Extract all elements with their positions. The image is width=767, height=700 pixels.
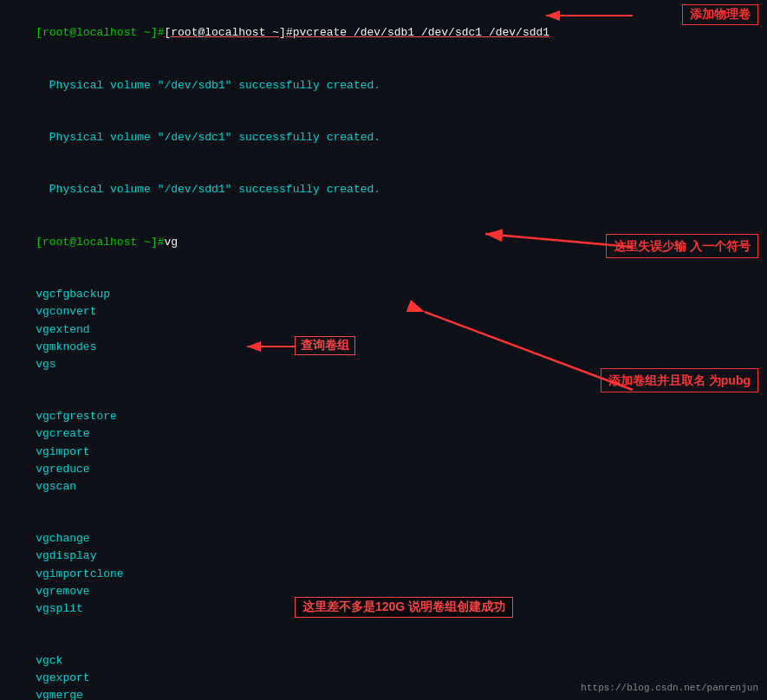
vg-r3-c1: vgchange xyxy=(36,530,140,548)
vg-r1-c5: vgs xyxy=(36,358,55,371)
vg-r2-c3: vgimport xyxy=(36,444,157,461)
pv-success-1: Physical volume "/dev/sdb1" successfully… xyxy=(9,59,758,111)
annotation-add-pv: 添加物理卷 xyxy=(682,4,758,25)
annotation-size-note: 这里差不多是120G 说明卷组创建成功 xyxy=(295,597,513,618)
cmd-pvcreate: [root@localhost ~]#[root@localhost ~]#pv… xyxy=(9,7,758,59)
vg-r1-c3: vgextend xyxy=(36,321,157,339)
vg-r3-c2: vgdisplay xyxy=(36,548,157,565)
csdn-watermark: https://blog.csdn.net/panrenjun xyxy=(581,683,758,693)
pv-success-3: Physical volume "/dev/sdd1" successfully… xyxy=(9,164,758,216)
vg-r3-c3: vgimportclone xyxy=(36,566,157,583)
cmd-text-2: vg xyxy=(164,236,178,249)
vg-r3-c4: vgremove xyxy=(36,583,122,600)
vg-r4-c3: vgmerge xyxy=(36,687,157,700)
cmd-text-1: [root@localhost ~]#pvcreate /dev/sdb1 /d… xyxy=(164,26,549,39)
vg-r4-c1: vgck xyxy=(36,652,140,670)
vg-r2-c4: vgreduce xyxy=(36,461,122,478)
vg-r2-c2: vgcreate xyxy=(36,425,157,443)
vg-r1-c1: vgcfgbackup xyxy=(36,286,140,303)
vg-r2-c1: vgcfgrestore xyxy=(36,408,140,425)
vg-r1-c2: vgconvert xyxy=(36,303,157,321)
annotation-error-symbol: 这里失误少输 入一个符号 xyxy=(606,234,758,258)
annotation-add-vg: 添加卷组并且取名 为pubg xyxy=(601,368,758,392)
vg-list-row2: vgcfgrestore vgcreate vgimport vgreduce … xyxy=(9,391,758,513)
terminal: [root@localhost ~]#[root@localhost ~]#pv… xyxy=(0,0,767,700)
vg-r2-c5: vgscan xyxy=(36,480,76,493)
vg-r3-c5: vgsplit xyxy=(36,602,83,615)
prompt-1: [root@localhost ~]# xyxy=(36,26,164,39)
pv-success-2: Physical volume "/dev/sdc1" successfully… xyxy=(9,112,758,164)
prompt-2: [root@localhost ~]# xyxy=(36,236,164,249)
pv1-text: Physical volume "/dev/sdb1" successfully… xyxy=(36,79,380,92)
vg-r1-c4: vgmknodes xyxy=(36,339,122,356)
pv3-text: Physical volume "/dev/sdd1" successfully… xyxy=(36,183,380,196)
pv2-text: Physical volume "/dev/sdc1" successfully… xyxy=(36,131,380,144)
annotation-query-vg: 查询卷组 xyxy=(295,336,355,355)
vg-r4-c2: vgexport xyxy=(36,670,157,687)
